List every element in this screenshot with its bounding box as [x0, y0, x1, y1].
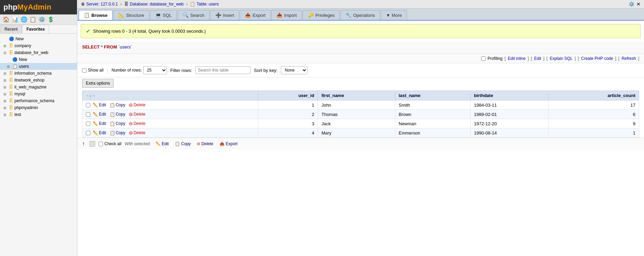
- tree-item-company[interactable]: ⊞ 🗄 company: [0, 42, 77, 49]
- tree-label: users: [19, 64, 29, 69]
- delete-icon: ⊖: [129, 102, 133, 108]
- tree-item-information-schema[interactable]: ⊞ 🗄 information_schema: [0, 70, 77, 77]
- num-rows-select[interactable]: 25 50 100 250 500: [143, 66, 167, 74]
- tab-browse[interactable]: 📋 Browse: [79, 10, 113, 20]
- row-delete-button[interactable]: ⊖ Delete: [128, 120, 147, 127]
- row-delete-button[interactable]: ⊖ Delete: [128, 102, 147, 108]
- profiling-checkbox[interactable]: [481, 56, 486, 61]
- tab-more[interactable]: ▼ More: [381, 10, 407, 20]
- row-delete-button[interactable]: ⊖ Delete: [128, 130, 147, 136]
- tab-operations[interactable]: 🔧 Operations: [340, 10, 380, 20]
- profiling-edit[interactable]: Edit: [534, 56, 541, 61]
- cell-first-name: Thomas: [318, 110, 395, 119]
- tab-structure[interactable]: 📐 Structure: [113, 10, 149, 20]
- profiling-create-php[interactable]: Create PHP code: [581, 56, 613, 61]
- profiling-refresh[interactable]: Refresh: [622, 56, 636, 61]
- tree-item-new-db[interactable]: 🔵 New: [0, 56, 77, 63]
- profiling-edit-inline[interactable]: Edit inline: [508, 56, 526, 61]
- tree-item-itnetwork-eshop[interactable]: ⊞ 🗄 itnetwork_eshop: [0, 77, 77, 84]
- globe-icon[interactable]: 🌐: [21, 16, 27, 23]
- db-icon: 🗄: [9, 85, 13, 89]
- tab-insert[interactable]: ➕ Insert: [210, 10, 239, 20]
- bracket-open-2: [: [531, 56, 532, 61]
- breadcrumb-database[interactable]: Database: database_for_web: [130, 2, 184, 7]
- row-checkbox[interactable]: [86, 131, 90, 135]
- expand-icon: ⊞: [3, 44, 8, 48]
- row-checkbox[interactable]: [86, 112, 90, 117]
- tree-item-mysql[interactable]: ⊞ 🗄 mysql: [0, 90, 77, 97]
- profiling-explain-sql[interactable]: Explain SQL: [550, 56, 573, 61]
- tree-item-test[interactable]: ⊞ 🗄 test: [0, 111, 77, 118]
- row-delete-button[interactable]: ⊖ Delete: [128, 111, 147, 117]
- header-article-count[interactable]: article_count: [548, 91, 639, 100]
- tree-item-it-web-magazine[interactable]: ⊞ 🗄 it_web_magazine: [0, 84, 77, 90]
- settings-icon[interactable]: ⚙️: [629, 1, 634, 7]
- tab-export[interactable]: 📤 Export: [240, 10, 271, 20]
- edit-icon: ✏️: [93, 121, 98, 126]
- insert-tab-icon: ➕: [215, 12, 221, 18]
- data-table: ←↕→ user_id first_name last_name birthda…: [82, 90, 639, 138]
- breadcrumb-bar: 🖥 Server: 127.0.0.1 » 🗄 Database: databa…: [77, 0, 644, 9]
- breadcrumb-table[interactable]: Table: users: [196, 2, 219, 7]
- tree-item-users[interactable]: ⊞ 📋 users: [0, 63, 77, 70]
- tree-item-performance-schema[interactable]: ⊞ 🗄 performance_schema: [0, 97, 77, 104]
- tab-export-label: Export: [252, 13, 265, 18]
- check-all-checkbox[interactable]: [99, 142, 103, 146]
- row-checkbox[interactable]: [86, 103, 90, 107]
- home-icon[interactable]: 🏠: [3, 16, 10, 23]
- bottom-copy-button[interactable]: 📋 Copy: [173, 141, 192, 147]
- bottom-edit-button[interactable]: ✏️ Edit: [154, 141, 170, 147]
- tree-item-phpmyadmin[interactable]: ⊞ 🗄 phpmyadmin: [0, 104, 77, 111]
- tab-structure-label: Structure: [126, 13, 144, 18]
- sidebar-tab-recent[interactable]: Recent: [0, 25, 22, 33]
- tree-item-new-top[interactable]: 🔵 New: [0, 35, 77, 42]
- bottom-export-button[interactable]: 📤 Export: [218, 141, 239, 147]
- sort-by-key-label: Sort by key:: [254, 68, 278, 73]
- sort-arrows: ←↕→: [86, 94, 95, 98]
- db-icon: 🗄: [9, 98, 13, 103]
- dollar-icon[interactable]: 💲: [47, 16, 54, 23]
- tab-search[interactable]: 🔍 Search: [178, 10, 210, 20]
- header-first-name[interactable]: first_name: [318, 91, 395, 100]
- header-last-name[interactable]: last_name: [395, 91, 470, 100]
- tab-sql[interactable]: 💻 SQL: [150, 10, 177, 20]
- tree-item-database-for-web[interactable]: ⊟ 🗄 database_for_web: [0, 49, 77, 56]
- sort-by-key-select[interactable]: None: [281, 66, 307, 74]
- table-row: ✏️ Edit 📋 Copy ⊖ Delete 2 Thomas Brown 1…: [82, 110, 639, 119]
- tab-import[interactable]: 📥 Import: [271, 10, 302, 20]
- bracket-close-1: ]: [528, 56, 529, 61]
- tree-label: performance_schema: [14, 98, 54, 103]
- row-copy-button[interactable]: 📋 Copy: [109, 102, 126, 108]
- row-edit-button[interactable]: ✏️ Edit: [92, 130, 107, 136]
- bottom-delete-button[interactable]: ⊖ Delete: [195, 141, 215, 147]
- sidebar-tab-favorites[interactable]: Favorites: [22, 25, 49, 33]
- table-icon-bc: 📋: [190, 2, 195, 7]
- check-all-label: Check all: [104, 141, 121, 146]
- clipboard-icon[interactable]: 📋: [30, 16, 36, 23]
- row-copy-button[interactable]: 📋 Copy: [109, 111, 126, 117]
- table-body: ✏️ Edit 📋 Copy ⊖ Delete 1 John Smith 198…: [82, 100, 639, 138]
- expand-icon: ⊞: [3, 72, 8, 75]
- tab-privileges[interactable]: 🔑 Privileges: [303, 10, 340, 20]
- table-row: ✏️ Edit 📋 Copy ⊖ Delete 3 Jack Newman 19…: [82, 119, 639, 128]
- row-copy-button[interactable]: 📋 Copy: [109, 121, 126, 127]
- show-all-checkbox[interactable]: [82, 68, 87, 73]
- cell-birthdate: 1990-08-14: [471, 128, 549, 138]
- new-icon: 🔵: [12, 57, 18, 62]
- gear-icon[interactable]: ⚙️: [38, 16, 45, 23]
- close-icon[interactable]: ✕: [636, 1, 641, 7]
- row-copy-button[interactable]: 📋 Copy: [109, 130, 126, 136]
- row-edit-button[interactable]: ✏️ Edit: [92, 111, 107, 117]
- edit-icon: ✏️: [93, 130, 98, 136]
- search-input[interactable]: [195, 66, 250, 74]
- header-birthdate[interactable]: birthdate: [471, 91, 549, 100]
- row-edit-button[interactable]: ✏️ Edit: [92, 121, 107, 127]
- row-checkbox[interactable]: [86, 121, 90, 126]
- bottom-export-label: Export: [226, 141, 238, 146]
- row-actions-cell: ✏️ Edit 📋 Copy ⊖ Delete: [82, 119, 258, 128]
- row-edit-button[interactable]: ✏️ Edit: [92, 102, 107, 108]
- extra-options-button[interactable]: Extra options: [82, 79, 114, 88]
- breadcrumb-server[interactable]: Server: 127.0.0.1: [86, 2, 118, 7]
- chart-icon[interactable]: 📊: [12, 16, 19, 23]
- header-user-id[interactable]: user_id: [258, 91, 318, 100]
